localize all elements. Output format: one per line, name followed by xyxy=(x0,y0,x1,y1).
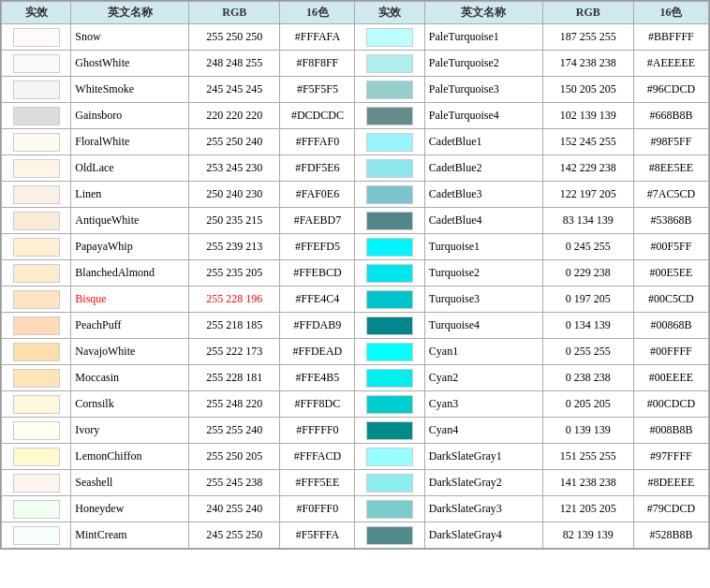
table-row: Linen250 240 230#FAF0E6CadetBlue3122 197… xyxy=(2,182,709,208)
color-swatch-right xyxy=(355,418,424,444)
table-row: Seashell255 245 238#FFF5EEDarkSlateGray2… xyxy=(2,470,709,496)
color-swatch-left xyxy=(2,339,71,365)
color-name-left: WhiteSmoke xyxy=(71,77,189,103)
color-swatch-right xyxy=(355,496,424,522)
table-row: FloralWhite255 250 240#FFFAF0CadetBlue11… xyxy=(2,129,709,155)
color-hex-right: #00EEEE xyxy=(633,365,708,391)
color-rgb-left: 250 240 230 xyxy=(189,182,280,208)
color-name-right: Turquoise3 xyxy=(424,287,542,313)
header-name-right: 英文名称 xyxy=(424,2,542,24)
color-hex-left: #F5F5F5 xyxy=(280,77,355,103)
color-rgb-left: 250 235 215 xyxy=(189,208,280,234)
table-row: OldLace253 245 230#FDF5E6CadetBlue2142 2… xyxy=(2,155,709,182)
table-row: Cornsilk255 248 220#FFF8DCCyan30 205 205… xyxy=(2,391,709,418)
color-rgb-right: 0 255 255 xyxy=(542,339,633,365)
color-swatch-right xyxy=(355,470,424,496)
color-rgb-right: 0 139 139 xyxy=(542,418,633,444)
color-name-left: Cornsilk xyxy=(71,391,189,418)
color-name-left: PapayaWhip xyxy=(71,234,189,260)
color-swatch-right xyxy=(355,339,424,365)
color-swatch-left xyxy=(2,444,71,470)
color-hex-left: #FFFAF0 xyxy=(280,129,355,155)
color-name-left: Ivory xyxy=(71,418,189,444)
color-swatch-right xyxy=(355,208,424,234)
color-name-right: Turquoise4 xyxy=(424,313,542,339)
color-hex-left: #FFDEAD xyxy=(280,339,355,365)
table-row: Snow255 250 250#FFFAFAPaleTurquoise1187 … xyxy=(2,24,709,51)
table-row: Moccasin255 228 181#FFE4B5Cyan20 238 238… xyxy=(2,365,709,391)
color-swatch-right xyxy=(355,260,424,287)
color-name-right: PaleTurquoise3 xyxy=(424,77,542,103)
color-rgb-left: 255 255 240 xyxy=(189,418,280,444)
table-row: NavajoWhite255 222 173#FFDEADCyan10 255 … xyxy=(2,339,709,365)
color-hex-left: #FAEBD7 xyxy=(280,208,355,234)
table-row: Ivory255 255 240#FFFFF0Cyan40 139 139#00… xyxy=(2,418,709,444)
color-name-left: FloralWhite xyxy=(71,129,189,155)
color-name-right: Turquoise1 xyxy=(424,234,542,260)
main-container: 实效 英文名称 RGB 16色 实效 英文名称 RGB 16色 Snow255 … xyxy=(0,0,710,550)
color-rgb-left: 240 255 240 xyxy=(189,496,280,522)
color-swatch-left xyxy=(2,365,71,391)
table-row: BlanchedAlmond255 235 205#FFEBCDTurquois… xyxy=(2,260,709,287)
color-rgb-right: 142 229 238 xyxy=(542,155,633,182)
color-hex-left: #FFFAFA xyxy=(280,24,355,51)
header-swatch-left: 实效 xyxy=(2,2,71,24)
color-hex-right: #00868B xyxy=(633,313,708,339)
color-hex-left: #FDF5E6 xyxy=(280,155,355,182)
color-rgb-left: 255 218 185 xyxy=(189,313,280,339)
color-hex-left: #FAF0E6 xyxy=(280,182,355,208)
table-row: Gainsboro220 220 220#DCDCDCPaleTurquoise… xyxy=(2,103,709,129)
color-hex-right: #96CDCD xyxy=(633,77,708,103)
color-hex-left: #FFFFF0 xyxy=(280,418,355,444)
color-hex-right: #8EE5EE xyxy=(633,155,708,182)
color-rgb-left: 255 245 238 xyxy=(189,470,280,496)
color-rgb-right: 0 134 139 xyxy=(542,313,633,339)
color-swatch-left xyxy=(2,24,71,51)
color-swatch-left xyxy=(2,418,71,444)
color-name-right: Cyan2 xyxy=(424,365,542,391)
color-hex-right: #7AC5CD xyxy=(633,182,708,208)
color-name-right: PaleTurquoise1 xyxy=(424,24,542,51)
table-row: WhiteSmoke245 245 245#F5F5F5PaleTurquois… xyxy=(2,77,709,103)
table-row: GhostWhite248 248 255#F8F8FFPaleTurquois… xyxy=(2,51,709,77)
color-name-left: Linen xyxy=(71,182,189,208)
color-hex-right: #79CDCD xyxy=(633,496,708,522)
color-name-right: CadetBlue3 xyxy=(424,182,542,208)
color-swatch-right xyxy=(355,313,424,339)
color-swatch-right xyxy=(355,234,424,260)
color-hex-right: #00E5EE xyxy=(633,260,708,287)
color-rgb-right: 0 238 238 xyxy=(542,365,633,391)
color-rgb-right: 0 197 205 xyxy=(542,287,633,313)
color-swatch-left xyxy=(2,287,71,313)
color-swatch-right xyxy=(355,522,424,549)
color-rgb-left: 248 248 255 xyxy=(189,51,280,77)
color-hex-right: #00CDCD xyxy=(633,391,708,418)
header-row: 实效 英文名称 RGB 16色 实效 英文名称 RGB 16色 xyxy=(2,2,709,24)
color-rgb-right: 187 255 255 xyxy=(542,24,633,51)
color-name-left: Bisque xyxy=(71,287,189,313)
color-swatch-left xyxy=(2,260,71,287)
color-hex-right: #98F5FF xyxy=(633,129,708,155)
color-hex-right: #53868B xyxy=(633,208,708,234)
color-hex-left: #FFEFD5 xyxy=(280,234,355,260)
color-rgb-left: 255 250 240 xyxy=(189,129,280,155)
color-rgb-right: 151 255 255 xyxy=(542,444,633,470)
color-name-right: DarkSlateGray3 xyxy=(424,496,542,522)
color-name-left: BlanchedAlmond xyxy=(71,260,189,287)
color-hex-left: #FFFACD xyxy=(280,444,355,470)
color-hex-left: #FFEBCD xyxy=(280,260,355,287)
color-name-right: CadetBlue4 xyxy=(424,208,542,234)
color-swatch-right xyxy=(355,287,424,313)
color-swatch-left xyxy=(2,470,71,496)
color-swatch-left xyxy=(2,51,71,77)
color-rgb-right: 0 229 238 xyxy=(542,260,633,287)
color-rgb-left: 255 228 181 xyxy=(189,365,280,391)
table-row: Honeydew240 255 240#F0FFF0DarkSlateGray3… xyxy=(2,496,709,522)
color-name-right: DarkSlateGray1 xyxy=(424,444,542,470)
color-hex-left: #FFE4B5 xyxy=(280,365,355,391)
color-swatch-left xyxy=(2,208,71,234)
color-rgb-right: 122 197 205 xyxy=(542,182,633,208)
color-hex-left: #FFDAB9 xyxy=(280,313,355,339)
table-row: Bisque255 228 196#FFE4C4Turquoise30 197 … xyxy=(2,287,709,313)
color-hex-left: #F8F8FF xyxy=(280,51,355,77)
